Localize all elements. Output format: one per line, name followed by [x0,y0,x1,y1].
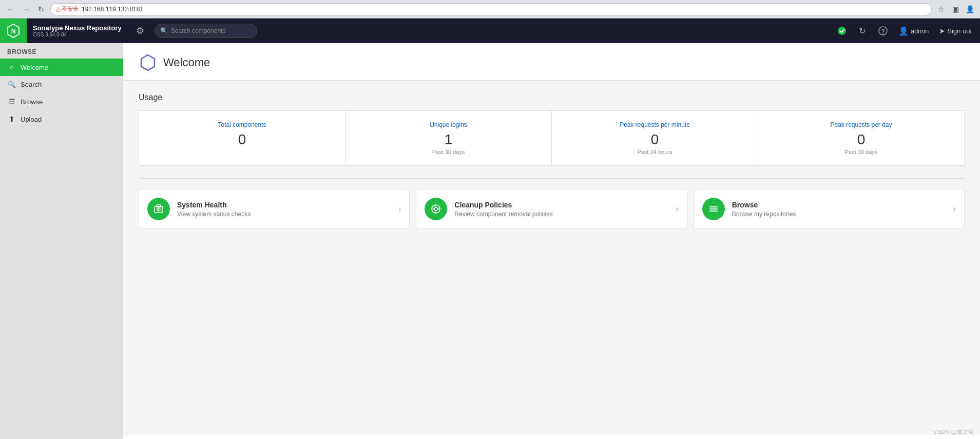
address-text: 192.168.119.132:8181 [82,6,143,13]
app-wrapper: N Sonatype Nexus Repository OSS 3.64.0-0… [0,18,980,439]
browse-icon: ☰ [7,98,16,106]
browse-action-desc: Browse my repositories [732,211,946,218]
signout-icon: ➤ [939,27,945,35]
action-card-cleanup-policies[interactable]: Cleanup Policies Review component remova… [416,189,687,229]
browse-icon-svg [708,203,719,215]
stat-value-logins: 1 [356,132,541,147]
user-menu[interactable]: 👤 admin [894,24,933,38]
stat-value-peak-day: 0 [768,132,954,147]
main-layout: Browse ○ Welcome 🔍 Search ☰ Browse ⬆ Upl… [0,43,980,439]
system-health-desc: View system status checks [177,211,391,218]
stat-label-peak-minute: Peak requests per minute [562,121,747,128]
sidebar-welcome-label: Welcome [21,64,48,71]
navbar: N Sonatype Nexus Repository OSS 3.64.0-0… [0,18,980,43]
svg-point-9 [158,209,159,210]
address-bar[interactable]: △ 不安全 192.168.119.132:8181 [50,3,932,15]
stat-sub-logins: Past 30 days [356,149,541,155]
status-check-button[interactable] [833,22,851,40]
navbar-brand: Sonatype Nexus Repository OSS 3.64.0-04 [27,24,128,38]
system-health-text: System Health View system status checks [177,201,391,218]
page-title: Welcome [163,56,210,69]
svg-point-11 [434,207,437,211]
sidebar-section-header: Browse [0,43,123,59]
forward-button[interactable]: → [20,3,32,15]
welcome-page-icon [139,53,157,72]
svg-rect-7 [157,205,161,207]
signout-label: Sign out [947,27,972,35]
sidebar: Browse ○ Welcome 🔍 Search ☰ Browse ⬆ Upl… [0,43,123,439]
search-input[interactable] [171,27,252,34]
cleanup-policies-icon [425,198,447,220]
stat-value-total: 0 [149,132,335,147]
stat-card-total-components: Total components 0 [139,111,345,165]
sidebar-item-browse[interactable]: ☰ Browse [0,93,123,110]
welcome-icon: ○ [7,63,16,71]
search-icon: 🔍 [160,27,168,34]
main-content: Welcome Usage Total components 0 Unique … [123,43,980,439]
browse-action-icon [702,198,725,220]
watermark-text: CSDN @董龙斌 [934,429,974,435]
sidebar-browse-label: Browse [21,98,43,106]
security-warning: △ 不安全 [56,5,79,13]
cleanup-icon-svg [430,203,441,215]
user-icon: 👤 [898,26,909,36]
stat-value-peak-minute: 0 [562,132,747,147]
action-card-browse[interactable]: Browse Browse my repositories › [694,189,965,229]
help-icon: ? [878,26,888,35]
svg-point-2 [838,27,846,35]
sidebar-item-upload[interactable]: ⬆ Upload [0,110,123,128]
page-body: Usage Total components 0 Unique logins 1… [123,81,980,435]
stat-label-total: Total components [149,121,335,128]
svg-text:N: N [11,28,16,35]
nexus-logo-icon: N [6,23,21,39]
search-icon: 🔍 [7,81,16,88]
stat-card-peak-minute: Peak requests per minute 0 Past 24 hours [552,111,758,165]
stat-sub-peak-day: Past 30 days [768,149,954,155]
app-version: OSS 3.64.0-04 [33,32,122,37]
system-health-title: System Health [177,201,391,209]
page-header: Welcome [123,43,980,81]
stats-grid: Total components 0 Unique logins 1 Past … [139,110,965,166]
stat-card-peak-day: Peak requests per day 0 Past 30 days [758,111,964,165]
cleanup-policies-title: Cleanup Policies [454,201,668,209]
sidebar-item-search[interactable]: 🔍 Search [0,76,123,93]
username-label: admin [911,27,929,35]
sidebar-search-label: Search [21,81,42,88]
refresh-button[interactable]: ↻ [853,22,872,40]
browse-chevron-icon: › [953,204,956,214]
page-footer: CSDN @董龙斌 [934,428,974,436]
navbar-logo[interactable]: N [0,18,27,43]
stat-label-peak-day: Peak requests per day [768,121,954,128]
svg-marker-5 [141,55,155,70]
cleanup-policies-text: Cleanup Policies Review component remova… [454,201,668,218]
system-health-chevron-icon: › [398,204,401,214]
health-icon-svg [153,203,164,215]
upload-icon: ⬆ [7,115,16,123]
back-button[interactable]: ← [4,3,16,15]
profile-icon[interactable]: 👤 [964,3,976,15]
bookmark-icon[interactable]: ☆ [935,3,947,15]
app-name: Sonatype Nexus Repository [33,24,122,32]
usage-section-title: Usage [139,93,965,102]
stat-label-logins: Unique logins [356,121,541,128]
sidebar-upload-label: Upload [21,116,42,123]
stat-sub-peak-minute: Past 24 hours [562,149,747,155]
cleanup-policies-chevron-icon: › [676,204,678,214]
gear-button[interactable]: ⚙ [128,18,152,43]
extensions-icon[interactable]: ▣ [949,3,962,15]
browse-action-title: Browse [732,201,946,209]
browser-chrome: ← → ↻ △ 不安全 192.168.119.132:8181 ☆ ▣ 👤 [0,0,980,18]
refresh-button[interactable]: ↻ [35,3,47,15]
action-card-system-health[interactable]: System Health View system status checks … [139,189,410,229]
sidebar-item-welcome[interactable]: ○ Welcome [0,59,123,76]
cleanup-policies-desc: Review component removal policies [454,211,668,218]
sign-out-button[interactable]: ➤ Sign out [935,25,976,37]
browser-icons: ☆ ▣ 👤 [935,3,976,15]
action-cards: System Health View system status checks … [139,189,965,229]
help-button[interactable]: ? [874,22,892,40]
section-divider [139,178,965,179]
status-check-icon [837,26,847,35]
system-health-icon [147,198,170,220]
search-bar[interactable]: 🔍 [155,24,257,38]
browse-action-text: Browse Browse my repositories [732,201,946,218]
